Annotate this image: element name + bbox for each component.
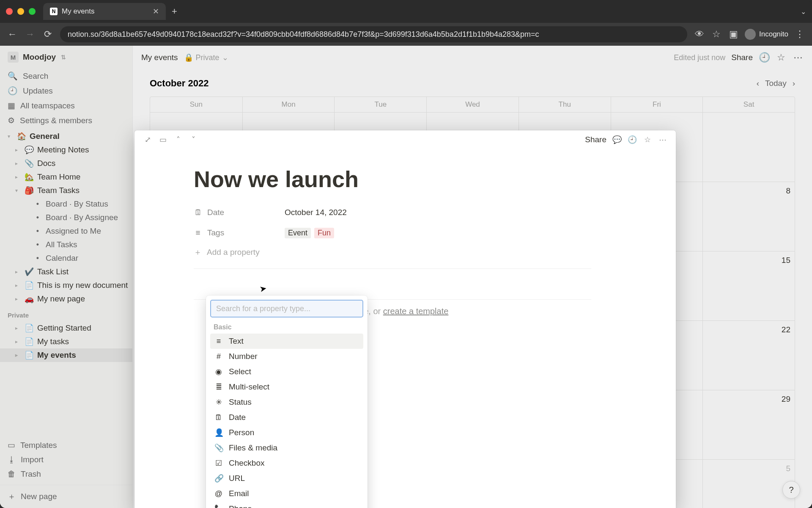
breadcrumb[interactable]: My events	[141, 53, 178, 62]
favorite-icon[interactable]: ☆	[643, 135, 652, 144]
browser-menu-icon[interactable]: ⋮	[794, 29, 805, 40]
option-url[interactable]: 🔗URL	[210, 471, 363, 486]
option-person[interactable]: 👤Person	[210, 425, 363, 440]
option-number[interactable]: #Number	[210, 349, 363, 364]
share-button[interactable]: Share	[731, 53, 753, 62]
property-tags[interactable]: ≡Tags Event Fun	[194, 223, 591, 243]
option-label: Text	[229, 337, 244, 346]
peek-icon[interactable]: ▭	[158, 135, 167, 144]
templates-button[interactable]: ▭Templates	[0, 438, 132, 453]
sidebar-item-task-list[interactable]: ▸✔️Task List	[0, 265, 132, 279]
forward-button[interactable]: →	[25, 29, 36, 40]
trash-button[interactable]: 🗑Trash	[0, 467, 132, 481]
add-property-button[interactable]: ＋ Add a property	[194, 243, 591, 262]
calendar-cell[interactable]: 15	[702, 251, 795, 320]
sidebar-item-team-tasks[interactable]: ▾🎒Team Tasks	[0, 184, 132, 197]
option-phone[interactable]: 📞Phone	[210, 501, 363, 508]
option-checkbox[interactable]: ☑Checkbox	[210, 456, 363, 471]
maximize-window-icon[interactable]	[29, 8, 36, 15]
extensions-icon[interactable]: ▣	[728, 29, 739, 40]
tabs-menu-icon[interactable]: ⌄	[801, 8, 806, 16]
address-bar[interactable]: notion.so/36d8a1be657e49d0940178c18eacd3…	[60, 26, 687, 42]
clock-icon[interactable]: 🕘	[759, 52, 770, 63]
workspace-switcher[interactable]: M Moodjoy ⇅	[0, 46, 132, 69]
more-icon[interactable]: ⋯	[793, 52, 804, 63]
sidebar-item-all-tasks[interactable]: •All Tasks	[0, 238, 132, 251]
calendar-cell[interactable]: 22	[702, 320, 795, 390]
sidebar-item-general[interactable]: ▾🏠General	[0, 130, 132, 143]
chevron-right-icon[interactable]: ▸	[15, 296, 21, 302]
sidebar-item-my-new-page[interactable]: ▸🚗My new page	[0, 292, 132, 306]
option-email[interactable]: @Email	[210, 486, 363, 501]
next-month-button[interactable]: ›	[793, 79, 795, 88]
property-value[interactable]: October 14, 2022	[285, 208, 347, 217]
chevron-right-icon[interactable]: ▸	[15, 282, 21, 288]
sidebar-item-board-assignee[interactable]: •Board · By Assignee	[0, 211, 132, 224]
sidebar-item-assigned-me[interactable]: •Assigned to Me	[0, 224, 132, 238]
chevron-right-icon[interactable]: ▸	[15, 352, 21, 358]
chevron-right-icon[interactable]: ▸	[15, 174, 21, 180]
sidebar-item-getting-started[interactable]: ▸📄Getting Started	[0, 321, 132, 335]
option-multi-select[interactable]: ≣Multi-select	[210, 379, 363, 395]
minimize-window-icon[interactable]	[17, 8, 24, 15]
back-button[interactable]: ←	[7, 29, 18, 40]
chevron-down-icon[interactable]: ▾	[15, 188, 21, 193]
modal-more-icon[interactable]: ⋯	[658, 135, 667, 144]
chevron-right-icon[interactable]: ▸	[15, 339, 21, 345]
import-button[interactable]: ⭳Import	[0, 453, 132, 467]
sidebar-item-new-doc[interactable]: ▸📄This is my new document	[0, 279, 132, 292]
eye-off-icon[interactable]: 👁	[694, 29, 705, 40]
sidebar-item-board-status[interactable]: •Board · By Status	[0, 197, 132, 211]
option-date[interactable]: 🗓Date	[210, 410, 363, 425]
new-tab-button[interactable]: +	[172, 6, 177, 17]
updates-button[interactable]: 🕘Updates	[0, 83, 132, 98]
create-template-link[interactable]: create a template	[383, 306, 449, 316]
prev-month-button[interactable]: ‹	[757, 79, 759, 88]
help-button[interactable]: ?	[782, 481, 800, 499]
option-files[interactable]: 📎Files & media	[210, 440, 363, 456]
chevron-right-icon[interactable]: ▸	[15, 147, 21, 153]
search-button[interactable]: 🔍Search	[0, 69, 132, 83]
close-window-icon[interactable]	[6, 8, 13, 15]
bookmark-star-icon[interactable]: ☆	[711, 29, 722, 40]
sidebar-item-my-tasks[interactable]: ▸📄My tasks	[0, 335, 132, 348]
workspace-name: Moodjoy	[23, 52, 56, 62]
option-select[interactable]: ◉Select	[210, 364, 363, 379]
close-tab-icon[interactable]: ✕	[153, 7, 159, 16]
calendar-cell[interactable]	[702, 112, 795, 182]
expand-icon[interactable]: ⤢	[143, 135, 152, 144]
option-status[interactable]: ✳Status	[210, 395, 363, 410]
chevron-down-icon[interactable]: ▾	[8, 133, 14, 139]
reload-button[interactable]: ⟳	[42, 29, 53, 40]
prev-page-icon[interactable]: ˄	[173, 135, 183, 144]
window-controls[interactable]	[6, 8, 36, 15]
comments-icon[interactable]: 💬	[612, 135, 622, 144]
visibility-private[interactable]: 🔒Private⌄	[184, 53, 228, 62]
sidebar-item-docs[interactable]: ▸📎Docs	[0, 157, 132, 170]
modal-share-button[interactable]: Share	[585, 135, 606, 144]
chevron-right-icon[interactable]: ▸	[15, 160, 21, 166]
sidebar-item-my-events[interactable]: ▸📄My events	[0, 348, 132, 362]
sidebar-item-team-home[interactable]: ▸🏡Team Home	[0, 170, 132, 184]
all-teamspaces-button[interactable]: ▦All teamspaces	[0, 98, 132, 113]
property-search-input[interactable]	[210, 300, 363, 318]
next-page-icon[interactable]: ˅	[189, 135, 198, 144]
calendar-cell[interactable]: 29	[702, 390, 795, 459]
sidebar-item-calendar[interactable]: •Calendar	[0, 251, 132, 265]
updates-icon[interactable]: 🕘	[628, 135, 637, 144]
page-title[interactable]: Now we launch	[194, 166, 591, 192]
settings-button[interactable]: ⚙Settings & members	[0, 113, 132, 128]
today-button[interactable]: Today	[765, 79, 787, 88]
tag-chip[interactable]: Event	[285, 228, 311, 238]
property-date[interactable]: 🗓Date October 14, 2022	[194, 202, 591, 223]
browser-tab[interactable]: N My events ✕	[43, 3, 166, 20]
sidebar-item-meeting-notes[interactable]: ▸💬Meeting Notes	[0, 143, 132, 157]
option-text[interactable]: ≡Text	[210, 334, 363, 349]
calendar-cell[interactable]: 5	[702, 459, 795, 508]
chevron-right-icon[interactable]: ▸	[15, 325, 21, 331]
new-page-button[interactable]: ＋New page	[0, 485, 132, 508]
star-icon[interactable]: ☆	[776, 52, 787, 63]
chevron-right-icon[interactable]: ▸	[15, 269, 21, 275]
calendar-cell[interactable]: 8	[702, 182, 795, 251]
tag-chip[interactable]: Fun	[314, 228, 334, 238]
